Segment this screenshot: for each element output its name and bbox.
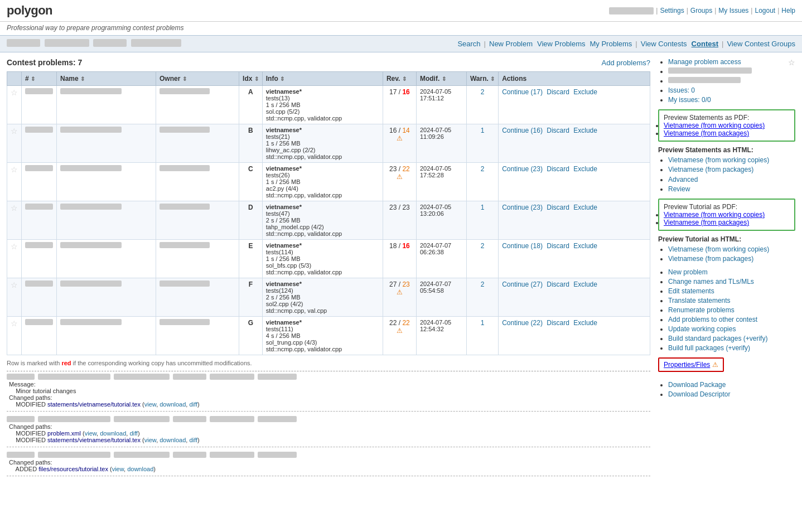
add-problems-link[interactable]: Add problems? — [602, 59, 650, 67]
sidebar-bottom-link[interactable]: Update working copies — [668, 325, 736, 333]
action-link[interactable]: Discard — [547, 280, 569, 288]
log-download-link[interactable]: download — [100, 430, 126, 437]
sidebar-bottom-link[interactable]: Edit statements — [668, 287, 714, 295]
action-link[interactable]: Exclude — [573, 204, 597, 211]
col-name[interactable]: Name ⇕ — [57, 72, 156, 86]
preview-tutorial-html-wc-link[interactable]: Vietnamese (from working copies) — [668, 245, 769, 253]
preview-pdf-wc-link[interactable]: Vietnamese (from working copies) — [664, 122, 765, 129]
groups-link[interactable]: Groups — [690, 7, 712, 14]
preview-tutorial-pdf-pkg-link[interactable]: Vietnamese (from packages) — [664, 219, 749, 226]
col-idx[interactable]: Idx ⇕ — [239, 72, 263, 86]
log-diff-link[interactable]: diff — [189, 437, 197, 443]
owner-cell — [156, 317, 239, 355]
action-link[interactable]: Discard — [547, 242, 569, 250]
preview-pdf-pkg-link[interactable]: Vietnamese (from packages) — [664, 129, 749, 137]
sidebar-bottom-link[interactable]: Build full packages (+verify) — [668, 344, 750, 352]
log-diff-link[interactable]: diff — [189, 401, 197, 408]
manage-problem-access-link[interactable]: Manage problem access — [668, 58, 741, 66]
nav-view-problems[interactable]: View Problems — [537, 40, 585, 48]
warn-link[interactable]: 1 — [481, 204, 485, 211]
nav-view-contests[interactable]: View Contests — [641, 40, 687, 48]
sidebar-bottom-section: New problemChange names and TLs/MLsEdit … — [658, 268, 795, 352]
sidebar-bottom-link[interactable]: Add problems to other contest — [668, 316, 757, 323]
warn-cell: 2 — [466, 240, 498, 278]
log-download-link[interactable]: download — [160, 401, 186, 408]
action-link[interactable]: Continue (27) — [502, 280, 543, 288]
col-rev[interactable]: Rev. ⇕ — [383, 72, 416, 86]
star-cell[interactable]: ☆ — [7, 86, 22, 124]
help-link[interactable]: Help — [781, 7, 795, 14]
warn-link[interactable]: 1 — [481, 319, 485, 327]
log-view-link[interactable]: view — [144, 401, 156, 408]
warn-link[interactable]: 2 — [481, 242, 485, 250]
action-link[interactable]: Continue (23) — [502, 165, 543, 173]
warn-link[interactable]: 2 — [481, 165, 485, 173]
warn-link[interactable]: 2 — [481, 280, 485, 288]
action-link[interactable]: Continue (16) — [502, 127, 543, 134]
action-link[interactable]: Exclude — [573, 280, 597, 288]
sidebar-bottom-link[interactable]: Translate statements — [668, 297, 731, 304]
log-view-link[interactable]: view — [85, 430, 96, 437]
sidebar: Manage problem access ☆ Issues: 0 My iss… — [650, 58, 795, 481]
log-download-link[interactable]: download — [160, 437, 186, 443]
settings-link[interactable]: Settings — [660, 7, 684, 14]
sidebar-download-link[interactable]: Download Descriptor — [668, 390, 730, 398]
content: Contest problems: 7 Add problems? # ⇕ Na… — [7, 58, 650, 481]
preview-html-pkg-link[interactable]: Vietnamese (from packages) — [668, 166, 753, 173]
sidebar-bottom-link[interactable]: Build standard packages (+verify) — [668, 335, 767, 342]
action-link[interactable]: Exclude — [573, 88, 597, 96]
col-info[interactable]: Info ⇕ — [262, 72, 383, 86]
action-link[interactable]: Discard — [547, 88, 569, 96]
nav-view-contest-groups[interactable]: View Contest Groups — [727, 40, 795, 48]
action-link[interactable]: Exclude — [573, 127, 597, 134]
preview-html-wc-link[interactable]: Vietnamese (from working copies) — [668, 156, 769, 164]
sidebar-bottom-link[interactable]: New problem — [668, 268, 708, 276]
preview-tutorial-html-pkg-link[interactable]: Vietnamese (from packages) — [668, 255, 753, 263]
nav-contest[interactable]: Contest — [692, 40, 718, 48]
preview-tutorial-pdf-wc-link[interactable]: Vietnamese (from working copies) — [664, 211, 765, 219]
issues-link[interactable]: Issues: 0 — [668, 86, 695, 94]
action-link[interactable]: Continue (18) — [502, 242, 543, 250]
col-modif[interactable]: Modif. ⇕ — [416, 72, 466, 86]
col-star — [7, 72, 22, 86]
star-cell[interactable]: ☆ — [7, 240, 22, 278]
sidebar-bottom-link[interactable]: Change names and TLs/MLs — [668, 278, 754, 286]
review-link[interactable]: Review — [668, 185, 690, 193]
star-cell[interactable]: ☆ — [7, 317, 22, 355]
advanced-link[interactable]: Advanced — [668, 176, 698, 183]
properties-files-link[interactable]: Properties/Files — [664, 361, 710, 369]
sidebar-bottom-link[interactable]: Renumerate problems — [668, 306, 735, 314]
star-cell[interactable]: ☆ — [7, 278, 22, 317]
action-link[interactable]: Exclude — [573, 242, 597, 250]
action-link[interactable]: Continue (22) — [502, 319, 543, 327]
warn-link[interactable]: 1 — [481, 127, 485, 134]
warn-link[interactable]: 2 — [481, 88, 485, 96]
action-link[interactable]: Discard — [547, 127, 569, 134]
col-warn[interactable]: Warn. ⇕ — [466, 72, 498, 86]
my-issues-sidebar-link[interactable]: My issues: 0/0 — [668, 96, 711, 104]
col-owner[interactable]: Owner ⇕ — [156, 72, 239, 86]
star-cell[interactable]: ☆ — [7, 163, 22, 201]
log-download-link[interactable]: download — [127, 466, 153, 472]
action-link[interactable]: Discard — [547, 165, 569, 173]
col-num[interactable]: # ⇕ — [22, 72, 57, 86]
action-link[interactable]: Exclude — [573, 165, 597, 173]
star-icon[interactable]: ☆ — [788, 58, 795, 67]
sidebar-download-link[interactable]: Download Package — [668, 381, 726, 389]
my-issues-link[interactable]: My Issues — [718, 7, 748, 14]
action-link[interactable]: Exclude — [573, 319, 597, 327]
nav-search[interactable]: Search — [457, 40, 480, 48]
log-diff-link[interactable]: diff — [129, 430, 137, 437]
action-link[interactable]: Discard — [547, 204, 569, 211]
log-view-link[interactable]: view — [112, 466, 124, 472]
nav-new-problem[interactable]: New Problem — [489, 40, 533, 48]
nav-my-problems[interactable]: My Problems — [590, 40, 632, 48]
log-view-link[interactable]: view — [144, 437, 156, 443]
logout-link[interactable]: Logout — [755, 7, 775, 14]
action-link[interactable]: Continue (17) — [502, 88, 543, 96]
action-link[interactable]: Continue (23) — [502, 204, 543, 211]
log-path-item: MODIFIED statements/vietnamese/tutorial.… — [9, 437, 650, 443]
action-link[interactable]: Discard — [547, 319, 569, 327]
star-cell[interactable]: ☆ — [7, 124, 22, 163]
star-cell[interactable]: ☆ — [7, 201, 22, 240]
